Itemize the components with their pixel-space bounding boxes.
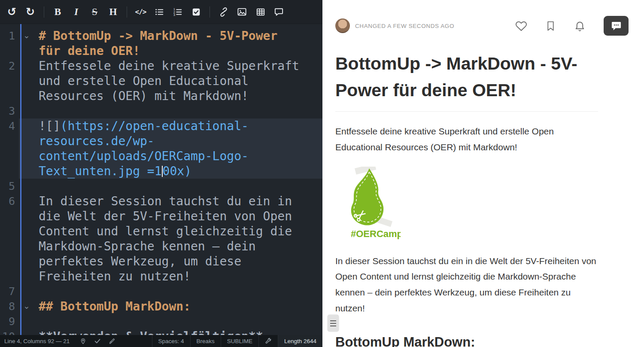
comment-icon	[274, 7, 284, 17]
wrench-icon	[265, 338, 272, 344]
bookmark-button[interactable]	[545, 21, 556, 31]
code-icon: </>	[135, 8, 146, 16]
editor-line[interactable]: 9	[0, 314, 322, 329]
indent-setting[interactable]: Spaces: 4	[152, 335, 190, 347]
code-segment: In dieser Session tauchst du ein in	[39, 194, 292, 208]
editor-lines: 1⌄# BottomUp -> MarkDown - 5V-Powerfür d…	[0, 28, 322, 335]
code-segment: und erstelle Open Educational	[39, 74, 249, 88]
code-button[interactable]: </>	[131, 3, 150, 21]
split-drag-handle[interactable]	[328, 315, 339, 332]
italic-button[interactable]: I	[67, 3, 85, 21]
preferences-button[interactable]	[258, 335, 278, 347]
checklist-icon	[191, 7, 201, 17]
code-segment: Content und lernst gleichzeitig die	[39, 224, 292, 238]
author-avatar[interactable]	[335, 18, 350, 33]
unordered-list-icon	[155, 7, 164, 17]
split-divider	[322, 0, 328, 347]
editor-line[interactable]: 4![](https://open-educational-resources.…	[0, 119, 322, 179]
favorite-button[interactable]	[515, 20, 527, 32]
code-segment: ![]	[39, 119, 61, 133]
doc-length: Length 2644	[278, 335, 322, 347]
editor-line[interactable]: 10**Verwenden & Vervielfältigen**	[0, 329, 322, 335]
code-editor[interactable]: 1⌄# BottomUp -> MarkDown - 5V-Powerfür d…	[0, 24, 322, 335]
doc-title: BottomUp -> MarkDown - 5V-Power für dein…	[335, 51, 598, 112]
line-number: 2	[0, 58, 19, 103]
app-window: ↺ ↻ B I S H </> 1 2 3	[0, 0, 644, 347]
subscribe-button[interactable]	[574, 20, 586, 32]
last-changed-text: CHANGED A FEW SECONDS AGO	[355, 23, 454, 29]
code-segment: Markdown-Sprache kennen – dein	[39, 239, 256, 253]
line-number: 7	[0, 284, 19, 299]
editor-line[interactable]: 6In dieser Session tauchst du ein indie …	[0, 194, 322, 284]
ordered-list-icon: 1 2 3	[173, 7, 182, 17]
code-segment: perfektes Werkzeug, um diese	[39, 254, 241, 268]
intro-paragraph: Entfessele deine kreative Superkraft und…	[335, 124, 598, 155]
editor-pane: ↺ ↻ B I S H </> 1 2 3	[0, 0, 322, 347]
heading-button[interactable]: H	[104, 3, 122, 21]
rendered-markdown: BottomUp -> MarkDown - 5V-Power für dein…	[335, 51, 598, 347]
document-actions	[515, 16, 629, 36]
keymap-setting[interactable]: SUBLIME	[221, 335, 258, 347]
bold-icon: B	[55, 7, 61, 17]
comment-button[interactable]	[270, 3, 288, 21]
editor-line[interactable]: 1⌄# BottomUp -> MarkDown - 5V-Powerfür d…	[0, 28, 322, 58]
code-segment: Entfessele deine kreative Superkraft	[39, 59, 299, 73]
editor-line[interactable]: 3	[0, 103, 322, 119]
code-segment: Freiheiten zu nutzen!	[39, 269, 191, 283]
cursor-position: Line 4, Columns 92 — 21	[0, 338, 74, 344]
table-icon	[256, 7, 265, 17]
bookmark-icon	[545, 21, 556, 31]
logo-caption: #OERCamp	[351, 228, 401, 239]
line-number: 3	[0, 103, 19, 119]
table-button[interactable]	[251, 3, 270, 21]
status-settings: Spaces: 4 Breaks SUBLIME Length 2644	[152, 335, 322, 347]
ordered-list-button[interactable]: 1 2 3	[168, 3, 187, 21]
line-number: 8	[0, 299, 19, 314]
document-info-bar: CHANGED A FEW SECONDS AGO	[335, 15, 629, 36]
section-heading: BottomUp MarkDown:	[335, 335, 598, 347]
code-segment: content/uploads/OERCamp-Logo-	[39, 149, 249, 163]
bell-icon	[574, 20, 586, 32]
redo-icon: ↻	[26, 6, 35, 17]
oercamp-logo-image: #OERCamp	[335, 167, 598, 241]
code-segment: ## BottomUp MarkDown:	[39, 299, 191, 314]
code-segment: **Verwenden & Vervielfältigen**	[39, 329, 263, 335]
heading-icon: H	[109, 7, 117, 17]
status-icons	[80, 338, 115, 344]
line-number: 5	[0, 179, 19, 194]
unordered-list-button[interactable]	[150, 3, 168, 21]
open-comments-button[interactable]	[604, 16, 629, 36]
italic-icon: I	[74, 6, 78, 18]
code-segment: (https://open-educational-	[61, 119, 249, 133]
editor-line[interactable]: 5	[0, 179, 322, 194]
undo-button[interactable]: ↺	[3, 3, 21, 21]
code-segment: resources.de/wp-	[39, 134, 155, 148]
check-icon[interactable]	[94, 338, 101, 344]
toolbar-divider	[44, 6, 44, 18]
editor-line[interactable]: 8⌄## BottomUp MarkDown:	[0, 299, 322, 314]
image-icon	[237, 7, 247, 17]
code-segment: 00x)	[163, 164, 191, 178]
strikethrough-icon: S	[92, 6, 97, 18]
linebreak-setting[interactable]: Breaks	[190, 335, 221, 347]
image-button[interactable]	[233, 3, 251, 21]
line-number: 9	[0, 314, 19, 329]
status-bar: Line 4, Columns 92 — 21 Spaces: 4 Breaks…	[0, 335, 322, 347]
bold-button[interactable]: B	[49, 3, 67, 21]
undo-icon: ↺	[7, 6, 16, 17]
strikethrough-button[interactable]: S	[85, 3, 104, 21]
line-number: 10	[0, 329, 19, 335]
tape-decoration	[355, 167, 376, 175]
editor-line[interactable]: 7	[0, 284, 322, 299]
link-button[interactable]	[214, 3, 233, 21]
editor-line[interactable]: 2Entfessele deine kreative Superkraftund…	[0, 58, 322, 103]
redo-button[interactable]: ↻	[21, 3, 39, 21]
chat-bubble-icon	[611, 20, 622, 32]
pin-icon[interactable]	[80, 338, 86, 344]
code-segment: die Welt der 5V-Freiheiten von Open	[39, 209, 292, 223]
brush-icon[interactable]	[109, 338, 115, 344]
preview-pane[interactable]: CHANGED A FEW SECONDS AGO	[328, 0, 644, 347]
code-segment: Resources (OER) mit Markdown!	[39, 89, 249, 103]
checklist-button[interactable]	[187, 3, 205, 21]
svg-text:3: 3	[173, 13, 175, 16]
